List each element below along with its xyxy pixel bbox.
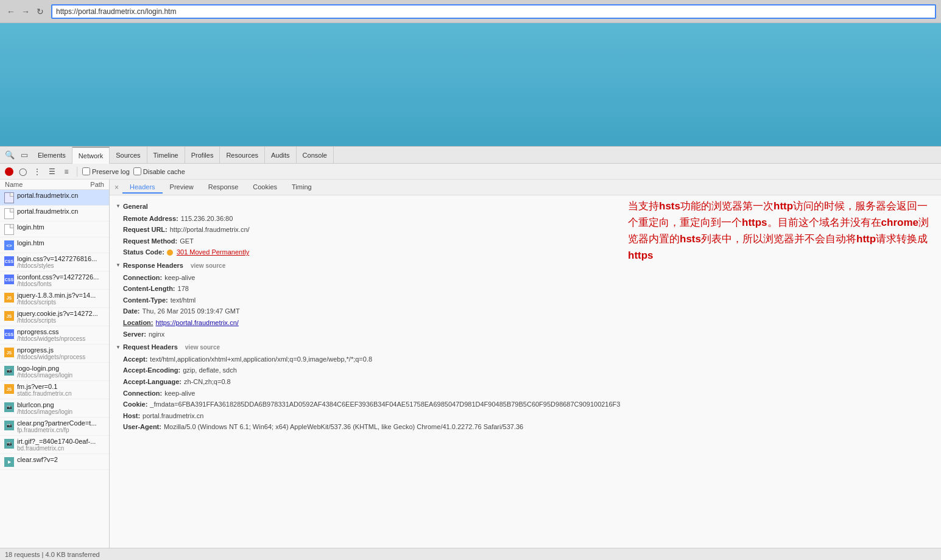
tab-audits[interactable]: Audits [265,147,297,164]
disable-cache-label[interactable]: Disable cache [133,167,185,175]
browser-toolbar: ← → ↻ [0,0,941,23]
preserve-log-label[interactable]: Preserve log [82,167,130,175]
content-type-row: Content-Type: text/html [116,295,935,306]
file-name: jquery-1.8.3.min.js?v=14... [17,292,105,299]
back-button[interactable]: ← [5,5,17,18]
reload-button[interactable]: ↻ [34,5,46,18]
content-length-key: Content-Length: [123,284,175,295]
tab-timeline[interactable]: Timeline [147,147,185,164]
file-list-header: Name Path [0,180,109,190]
accept-language-row: Accept-Language: zh-CN,zh;q=0.8 [116,377,935,388]
list-item[interactable]: 📷 irt.gif?_=840e1740-0eaf-... bd.fraudme… [0,436,109,454]
tab-preview[interactable]: Preview [163,181,201,194]
req-connection-key: Connection: [123,388,162,399]
mobile-icon[interactable]: ▭ [17,148,32,163]
file-path: /htdocs/widgets/nprocess [17,335,105,342]
file-name: login.htm [17,239,105,247]
list-item[interactable]: JS nprogress.js /htdocs/widgets/nprocess [0,345,109,363]
file-info: login.htm [17,223,105,231]
file-icon-img: 📷 [4,438,15,449]
view-button[interactable]: ☰ [46,166,57,177]
file-path: /htdocs/styles [17,262,105,269]
host-key: Host: [123,411,140,422]
collapse-icon: ▼ [116,344,121,352]
file-icon [4,208,15,219]
general-section-header[interactable]: ▼ General [116,201,935,212]
file-path: /htdocs/widgets/nprocess [17,354,105,360]
list-item[interactable]: 📷 clear.png?partnerCode=t... fp.fraudmet… [0,418,109,436]
user-agent-key: User-Agent: [123,422,161,433]
content-length-value: 178 [178,284,189,295]
status-code-row: Status Code: 301 Moved Permanently [116,247,935,258]
list-item[interactable]: 📷 blurIcon.png /htdocs/images/login [0,399,109,418]
file-info: irt.gif?_=840e1740-0eaf-... bd.fraudmetr… [17,438,105,452]
network-toolbar: ◯ ⋮ ☰ ≡ Preserve log Disable cache [0,164,941,180]
list-item[interactable]: JS fm.js?ver=0.1 static.fraudmetrix.cn [0,381,109,399]
request-headers-section-header[interactable]: ▼ Request Headers view source [116,342,935,353]
accept-encoding-row: Accept-Encoding: gzip, deflate, sdch [116,365,935,376]
address-bar[interactable] [51,4,936,19]
tab-network[interactable]: Network [72,147,110,164]
right-panel: × Headers Preview Response Cookies Timin… [110,180,941,548]
devtools-panel: 🔍 ▭ Elements Network Sources Timeline Pr… [0,146,941,560]
server-key: Server: [123,329,146,340]
clear-button[interactable]: ◯ [17,166,28,177]
preserve-log-checkbox[interactable] [82,167,90,175]
list-item[interactable]: CSS nprogress.css /htdocs/widgets/nproce… [0,326,109,345]
disable-cache-text: Disable cache [143,168,185,175]
tab-cookies[interactable]: Cookies [245,181,284,194]
file-info: blurIcon.png /htdocs/images/login [17,401,105,415]
forward-button[interactable]: → [19,5,32,18]
list-item[interactable]: portal.fraudmetrix.cn [0,206,109,222]
file-info: portal.fraudmetrix.cn [17,192,105,199]
file-name: portal.fraudmetrix.cn [17,208,105,215]
list-item[interactable]: CSS iconfont.css?v=14272726... /htdocs/f… [0,271,109,290]
list-item[interactable]: 📷 logo-login.png /htdocs/images/login [0,363,109,381]
file-info: jquery.cookie.js?v=14272... /htdocs/scri… [17,310,105,324]
status-code-key: Status Code: [123,247,164,258]
extra-button[interactable]: ≡ [61,166,72,177]
list-item[interactable]: login.htm [0,222,109,237]
file-icon-css: CSS [4,329,15,340]
server-value: nginx [149,329,164,340]
tab-profiles[interactable]: Profiles [185,147,220,164]
accept-key: Accept: [123,354,147,365]
record-button[interactable] [5,167,13,176]
tab-resources[interactable]: Resources [220,147,265,164]
list-item[interactable]: CSS login.css?v=1427276816... /htdocs/st… [0,253,109,271]
list-item[interactable]: JS jquery-1.8.3.min.js?v=14... /htdocs/s… [0,290,109,308]
file-name: iconfont.css?v=14272726... [17,273,105,281]
tab-sources[interactable]: Sources [110,147,147,164]
request-headers-title: Request Headers [123,342,178,353]
accept-language-key: Accept-Language: [123,377,182,388]
list-item[interactable]: JS jquery.cookie.js?v=14272... /htdocs/s… [0,308,109,326]
file-info: clear.swf?v=2 [17,456,105,463]
accept-encoding-value: gzip, deflate, sdch [183,365,237,376]
close-request-button[interactable]: × [115,183,119,192]
list-item[interactable]: portal.fraudmetrix.cn [0,190,109,206]
file-path: /htdocs/images/login [17,372,105,379]
file-name: nprogress.js [17,346,105,354]
tab-console[interactable]: Console [297,147,334,164]
view-source-link[interactable]: view source [191,261,225,271]
user-agent-value: Mozilla/5.0 (Windows NT 6.1; Win64; x64)… [164,422,523,433]
cookie-key: Cookie: [123,399,147,410]
browser-window: ← → ↻ 🔍 ▭ Elements Network Sources Timel… [0,0,941,560]
file-info: nprogress.js /htdocs/widgets/nprocess [17,346,105,360]
file-icon-img: 📷 [4,402,15,413]
filter-button[interactable]: ⋮ [32,166,43,177]
tab-headers[interactable]: Headers [122,181,163,194]
disable-cache-checkbox[interactable] [133,167,141,175]
list-item[interactable]: ▶ clear.swf?v=2 [0,454,109,470]
cookie-value: _fmdata=6FBA391FFA3618285DDA6B978331AD05… [150,399,620,410]
req-connection-row: Connection: keep-alive [116,388,935,399]
tab-elements[interactable]: Elements [32,147,72,164]
server-row: Server: nginx [116,329,935,340]
list-item[interactable]: <> login.htm [0,237,109,253]
magnifier-icon[interactable]: 🔍 [2,148,17,163]
tab-response[interactable]: Response [201,181,246,194]
view-source-link-2[interactable]: view source [185,343,220,352]
response-headers-section-header[interactable]: ▼ Response Headers view source [116,261,935,271]
accept-value: text/html,application/xhtml+xml,applicat… [150,354,372,365]
tab-timing[interactable]: Timing [284,181,319,194]
